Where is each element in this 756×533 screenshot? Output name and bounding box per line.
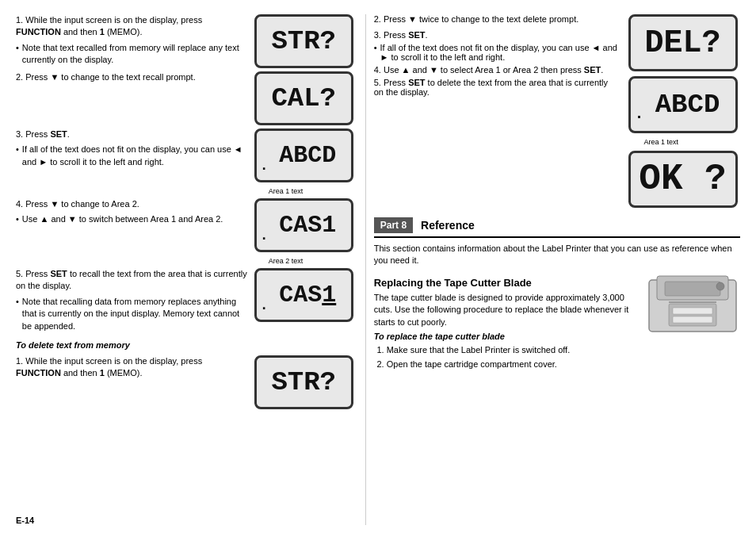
step4-text: 4. Press ▼ to change to Area 2. Use ▲ an… [16,198,248,265]
right-lcd-col: DEL? . ABCD Area 1 text OK ? [625,14,740,208]
lcd-cas2-underscore: 1 [322,282,336,309]
replacing-body: The tape cutter blade is designed to pro… [374,292,639,328]
reference-text: This section contains information about … [374,243,740,267]
lcd-str2-container: STR? [254,355,357,409]
step3-row: 3. Press SET. If all of the text does no… [16,128,357,195]
svg-point-6 [716,282,724,290]
lcd-dot1: . [260,158,269,174]
step1-1: 1 [100,27,105,36]
lcd-cas2-text: CAS1 [279,282,336,309]
lcd-del-container: DEL? [628,14,738,71]
lcd-dot4: . [635,105,644,123]
step1-bullet: Note that text recalled from memory will… [16,42,248,67]
part8-title: Reference [421,219,475,232]
page-container: 1. While the input screen is on the disp… [0,0,756,533]
svg-rect-2 [665,282,720,296]
delete-step1-number: 1. [16,356,23,366]
page-number: E-14 [16,516,34,525]
lcd-ok: OK ? [628,151,738,208]
step2-text: 2. Press ▼ to change to the text recall … [16,71,248,125]
lcd-cal: CAL? [254,71,353,125]
step4-bullet: Use ▲ and ▼ to switch between Area 1 and… [16,213,248,225]
replace-procedure-heading: To replace the tape cutter blade [374,332,639,341]
right-step3: 3. Press SET. If all of the text does no… [374,30,619,62]
lcd-cas1-label: Area 2 text [269,257,304,265]
lcd-abcd1-text: ABCD [279,142,336,169]
delete-1: 1 [100,368,105,378]
lcd-cas1-container: . CAS1 Area 2 text [254,198,357,265]
right-step2-row: 2. Press ▼ twice to change to the text d… [374,14,740,208]
lcd-abcd1-container: . ABCD Area 1 text [254,128,357,195]
svg-rect-5 [673,316,712,323]
step4-number: 4. [16,199,23,209]
lcd-del: DEL? [628,14,738,71]
lcd-str1-container: STR? [254,14,357,68]
right-step5-number: 5. [374,78,381,87]
lcd-cas2: . CAS1 [254,268,353,322]
replace-step2: Open the tape cartridge compartment cove… [387,358,639,371]
right-steps: 2. Press ▼ twice to change to the text d… [374,14,619,208]
printer-image [645,272,740,336]
lcd-dot3: . [260,297,269,313]
step5-bullet: Note that recalling data from memory rep… [16,296,248,332]
right-step5: 5. Press SET to delete the text from the… [374,78,619,97]
lcd-abcd2-text: ABCD [655,90,720,120]
replacing-heading: Replacing the Tape Cutter Blade [374,277,639,289]
lcd-cas2-container: . CAS1 [254,268,357,332]
lcd-abcd2-label: Area 1 text [644,138,679,146]
right-step4-set: SET [584,65,601,75]
replace-procedure-steps: Make sure that the Label Printer is swit… [374,343,639,371]
step1-number: 1. [16,15,23,25]
step5-text: 5. Press SET to recall the text from the… [16,268,248,332]
step3-number: 3. [16,129,23,139]
delete-heading-container: To delete text from memory [16,340,357,353]
step5-number: 5. [16,269,23,278]
right-step2: 2. Press ▼ twice to change to the text d… [374,14,619,27]
step1-function: FUNCTION [16,27,61,36]
lcd-cal-container: CAL? [254,71,357,125]
replacing-section: Replacing the Tape Cutter Blade The tape… [374,272,740,374]
step2-row: 2. Press ▼ to change to the text recall … [16,71,357,125]
step5-row: 5. Press SET to recall the text from the… [16,268,357,332]
step3-set: SET [50,129,67,139]
lcd-ok-container: OK ? [628,151,738,208]
left-column: 1. While the input screen is on the disp… [16,14,365,525]
lcd-abcd2: . ABCD [628,76,738,133]
svg-rect-4 [673,308,712,314]
right-step4: 4. Use ▲ and ▼ to select Area 1 or Area … [374,65,619,75]
replace-step1: Make sure that the Label Printer is swit… [387,343,639,357]
tape-illustration [645,272,740,337]
lcd-cas1: . CAS1 [254,198,353,252]
right-step2-text: 2. Press ▼ twice to change to the text d… [374,14,619,27]
step1-text: 1. While the input screen is on the disp… [16,14,248,68]
delete-step1-text: 1. While the input screen is on the disp… [16,355,248,409]
step4-row: 4. Press ▼ to change to Area 2. Use ▲ an… [16,198,357,265]
right-column: 2. Press ▼ twice to change to the text d… [365,14,740,525]
lcd-dot2: . [260,228,269,243]
step5-set: SET [50,269,67,278]
step3-text: 3. Press SET. If all of the text does no… [16,128,248,195]
right-step3-set: SET [408,30,425,40]
right-step5-set: SET [408,78,425,87]
lcd-abcd2-container: . ABCD Area 1 text [628,76,738,146]
lcd-abcd1: . ABCD [254,128,353,182]
delete-function: FUNCTION [16,368,61,378]
delete-step1-row: 1. While the input screen is on the disp… [16,355,357,409]
step1-row: 1. While the input screen is on the disp… [16,14,357,68]
step2-number: 2. [16,72,23,82]
part8-header: Part 8 Reference [374,217,740,238]
right-step3-bullet: If all of the text does not fit on the d… [374,43,619,62]
lcd-str2: STR? [254,355,353,409]
right-step2-number: 2. [374,14,381,24]
delete-heading: To delete text from memory [16,340,357,350]
lcd-cas1-text: CAS1 [279,212,336,239]
right-step4-number: 4. [374,65,381,75]
replacing-text-col: Replacing the Tape Cutter Blade The tape… [374,272,639,374]
lcd-abcd1-label: Area 1 text [269,187,304,195]
lcd-str1: STR? [254,14,353,68]
right-step3-number: 3. [374,30,381,40]
step3-bullet: If all of the text does not fit on the d… [16,144,248,168]
part8-badge: Part 8 [374,217,413,233]
